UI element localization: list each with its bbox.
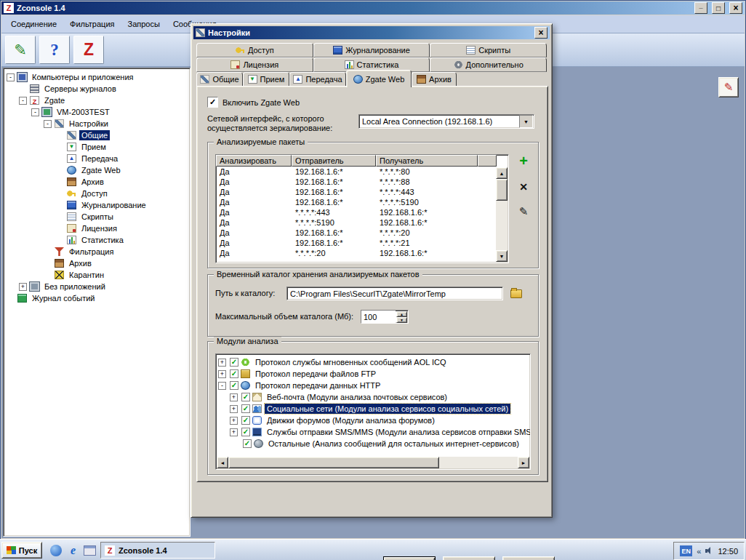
collapse-icon[interactable]: -	[19, 97, 27, 105]
tree-item[interactable]: Скрипты	[4, 211, 190, 223]
tree-item[interactable]: Передача	[4, 153, 190, 164]
enable-zgate-web-checkbox[interactable]	[207, 97, 218, 108]
tree-item[interactable]: Журнал событий	[4, 292, 190, 304]
module-checkbox[interactable]	[241, 416, 250, 425]
dialog-close-icon[interactable]	[534, 27, 548, 39]
close-button[interactable]	[729, 2, 742, 14]
expand-icon[interactable]: +	[230, 417, 238, 425]
tree-item[interactable]: Журналирование	[4, 199, 190, 211]
expand-icon[interactable]: +	[230, 393, 238, 401]
interface-dropdown[interactable]: Local Area Connection (192.168.1.6)	[358, 114, 534, 129]
module-item[interactable]: +Службы отправки SMS/MMS (Модули анализа…	[216, 426, 530, 438]
tree-item[interactable]: -VM-2003TEST	[4, 106, 190, 118]
tree-item[interactable]: Статистика	[4, 234, 190, 246]
expand-icon[interactable]: +	[218, 370, 226, 378]
module-checkbox[interactable]	[241, 428, 250, 436]
packets-vertical-scrollbar[interactable]: ▲ ▼	[496, 167, 508, 262]
tab-лицензия[interactable]: Лицензия	[196, 57, 313, 72]
quicklaunch-icon-1[interactable]	[48, 543, 63, 558]
table-row[interactable]: Да*.*.*.*:5190192.168.1.6:*	[216, 217, 508, 228]
spin-down-icon[interactable]: ▼	[396, 317, 407, 323]
table-row[interactable]: Да*.*.*.*:20192.168.1.6:*	[216, 248, 508, 258]
scrollbar-thumb[interactable]	[496, 179, 508, 201]
tree-item[interactable]: Серверы журналов	[4, 83, 190, 95]
volume-icon[interactable]	[705, 547, 713, 555]
tree-item[interactable]: Доступ	[4, 188, 190, 199]
tab-скрипты[interactable]: Скрипты	[430, 43, 547, 57]
tree-item[interactable]: Архив	[4, 176, 190, 188]
module-item[interactable]: Остальные (Анализ сообщений для остальны…	[216, 438, 530, 449]
module-checkbox[interactable]	[241, 404, 250, 413]
scroll-right-icon[interactable]: ►	[518, 457, 529, 468]
table-row[interactable]: Да192.168.1.6:**.*.*.*:20	[216, 228, 508, 238]
expand-icon[interactable]: +	[230, 428, 238, 436]
column-header[interactable]: Получатель	[376, 155, 478, 167]
window-titlebar[interactable]: Z Zconsole 1.4	[1, 1, 745, 15]
tab-прием[interactable]: Прием	[243, 72, 289, 87]
max-size-input[interactable]	[361, 311, 396, 323]
tree-item[interactable]: Архив	[4, 257, 190, 269]
module-item[interactable]: +Протокол передачи файлов FTP	[216, 368, 530, 380]
tab-журналирование[interactable]: Журналирование	[313, 43, 430, 57]
add-packet-rule-button[interactable]: +	[516, 153, 531, 169]
dialog-titlebar[interactable]: Настройки	[193, 26, 550, 39]
help-button[interactable]: Справка	[502, 556, 555, 560]
column-header[interactable]: Анализировать	[216, 155, 292, 167]
tree-item[interactable]: Лицензия	[4, 223, 190, 234]
tree-item[interactable]: -Настройки	[4, 118, 190, 129]
scroll-left-icon[interactable]: ◄	[217, 457, 228, 468]
tree-item[interactable]: +Без приложений	[4, 281, 190, 292]
help-button[interactable]	[39, 36, 70, 64]
collapse-icon[interactable]: -	[7, 73, 15, 81]
tree-item[interactable]: Прием	[4, 141, 190, 153]
table-row[interactable]: Да*.*.*.*:443192.168.1.6:*	[216, 207, 508, 217]
tab-передача[interactable]: Передача	[289, 72, 346, 87]
collapse-icon[interactable]: -	[218, 382, 226, 390]
tree-item[interactable]: Карантин	[4, 269, 190, 281]
menu-item-1[interactable]: Соединение	[4, 17, 63, 31]
tree-item[interactable]: -Компьютеры и приложения	[4, 71, 190, 83]
path-input[interactable]	[286, 287, 503, 300]
language-indicator[interactable]: EN	[680, 545, 692, 556]
module-item[interactable]: +Социальные сети (Модули анализа сервисо…	[216, 403, 530, 415]
tree-item[interactable]: -Zgate	[4, 95, 190, 106]
collapse-icon[interactable]: -	[44, 120, 52, 128]
table-row[interactable]: Да192.168.1.6:**.*.*.*:88	[216, 177, 508, 187]
module-checkbox[interactable]	[230, 381, 238, 390]
menu-item-2[interactable]: Фильтрация	[63, 17, 121, 31]
scroll-down-icon[interactable]: ▼	[496, 250, 508, 262]
menu-item-3[interactable]: Запросы	[121, 17, 167, 31]
delete-packet-rule-button[interactable]: ✕	[516, 179, 531, 195]
module-item[interactable]: -Протокол передачи данных HTTP	[216, 380, 530, 391]
tree-item[interactable]: Фильтрация	[4, 246, 190, 257]
tab-общие[interactable]: Общие	[196, 72, 243, 87]
cancel-button[interactable]: Отмена	[443, 556, 495, 560]
module-item[interactable]: +Веб-почта (Модули анализа почтовых серв…	[216, 391, 530, 403]
tab-дополнительно[interactable]: Дополнительно	[430, 57, 547, 72]
compose-button[interactable]	[5, 36, 36, 64]
modules-horizontal-scrollbar[interactable]: ◄ ►	[217, 457, 529, 468]
spin-up-icon[interactable]: ▲	[396, 311, 407, 317]
module-checkbox[interactable]	[241, 393, 250, 401]
module-checkbox[interactable]	[230, 358, 238, 367]
scrollbar-thumb[interactable]	[228, 457, 439, 468]
table-row[interactable]: Да192.168.1.6:**.*.*.*:21	[216, 238, 508, 248]
start-button[interactable]: Пуск	[1, 542, 42, 559]
table-row[interactable]: Да192.168.1.6:**.*.*.*:80	[216, 167, 508, 177]
collapse-icon[interactable]: -	[31, 108, 39, 116]
quicklaunch-icon-3[interactable]	[82, 543, 97, 558]
tab-zgate-web[interactable]: Zgate Web	[346, 70, 412, 87]
browse-folder-button[interactable]	[509, 287, 524, 300]
tray-expand-icon[interactable]: «	[697, 547, 701, 556]
tab-архив[interactable]: Архив	[412, 72, 457, 87]
minimize-button[interactable]	[694, 2, 707, 14]
tree-item[interactable]: Zgate Web	[4, 164, 190, 176]
ok-button[interactable]: ОК	[383, 556, 436, 560]
tree-item[interactable]: Общие	[4, 129, 190, 141]
tab-доступ[interactable]: Доступ	[196, 43, 313, 57]
expand-icon[interactable]: +	[230, 405, 238, 413]
module-item[interactable]: +Протокол службы мгновенных сообщений AO…	[216, 356, 530, 368]
maximize-button[interactable]	[712, 2, 725, 14]
scrollbar-track[interactable]	[439, 457, 518, 468]
quicklaunch-icon-2[interactable]: e	[65, 543, 81, 558]
